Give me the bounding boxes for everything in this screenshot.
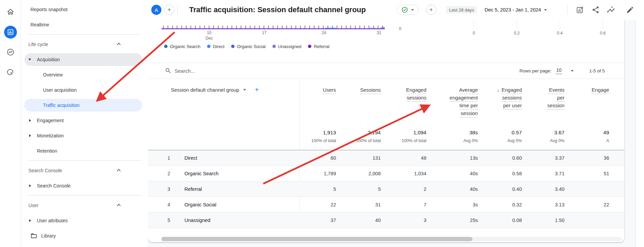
sidebar-item-user[interactable]: User	[21, 199, 148, 212]
column-header-events-per-session[interactable]: Eventspersession	[522, 87, 564, 127]
explore-icon[interactable]	[0, 48, 21, 56]
cell-users: 5	[299, 186, 336, 192]
sidebar-item-retention[interactable]: Retention	[21, 144, 148, 157]
cell-average-engagement-time-per-session: 13s	[426, 155, 478, 161]
share-icon[interactable]	[592, 6, 600, 14]
cell-sessions: 131	[336, 155, 381, 161]
cell-engaged-sessions: 1,034	[381, 171, 426, 176]
expand-arrow-icon[interactable]	[29, 219, 31, 222]
totals-cell-6: 49A	[564, 130, 624, 150]
chevron-up-icon[interactable]	[117, 204, 120, 207]
row-rank: 1	[148, 155, 180, 161]
edit-icon[interactable]	[626, 6, 634, 14]
reports-icon[interactable]	[0, 26, 21, 39]
bar-axis-tick: 0.2	[510, 31, 524, 36]
home-icon[interactable]	[0, 8, 21, 16]
report-status-button[interactable]	[396, 5, 419, 15]
chevron-down-icon[interactable]	[243, 89, 246, 91]
sidebar-item-realtime[interactable]: Realtime	[21, 18, 148, 31]
x-tick-label: 24	[314, 30, 334, 35]
sidebar-item-label: Acquisition	[37, 57, 60, 62]
cell-engaged-sessions-per-user: 0.58	[478, 171, 522, 176]
sidebar-slot: Reports snapshot	[21, 2, 148, 17]
chevron-down-icon[interactable]	[571, 70, 574, 72]
sidebar-item-user-acquisition[interactable]: User acquisition	[21, 84, 148, 96]
bar-axis-tick: 0	[467, 31, 481, 36]
sidebar-item-engagement[interactable]: Engagement	[21, 114, 148, 127]
row-channel-name: Unassigned	[180, 218, 299, 223]
totals-value: 1,094	[381, 130, 426, 136]
sidebar-item-monetization[interactable]: Monetization	[21, 129, 148, 142]
expand-arrow-icon[interactable]	[29, 184, 31, 187]
header-text: Events	[549, 87, 564, 94]
date-range-picker[interactable]: Dec 5, 2023 - Jan 1, 2024	[485, 0, 547, 20]
rows-per-page-select[interactable]: 10	[556, 67, 562, 74]
totals-subtext: Avg 0%	[478, 138, 522, 143]
library-folder-icon	[30, 232, 37, 239]
report-header: A + Traffic acquisition: Session default…	[148, 0, 644, 20]
advertising-icon[interactable]	[0, 68, 21, 76]
column-header-average-engagement-time-per-session[interactable]: Averageengagementtime persession	[426, 87, 478, 127]
x-tick-label: 17	[254, 30, 274, 35]
sidebar-item-overview[interactable]: Overview	[21, 68, 148, 81]
legend-item-referral[interactable]: Referral	[308, 44, 329, 49]
header-line: per	[522, 95, 564, 100]
header-line: per user	[478, 103, 522, 108]
sidebar-divider	[28, 195, 141, 196]
collapse-arrow-icon[interactable]	[28, 59, 31, 61]
sidebar-divider	[28, 160, 141, 161]
search-input[interactable]	[175, 68, 310, 74]
chevron-up-icon[interactable]	[117, 43, 120, 46]
cell-events-per-session: 3.13	[522, 202, 564, 207]
add-dimension-button[interactable]: +	[255, 86, 259, 94]
sidebar-item-user-attributes[interactable]: User attributes	[21, 214, 148, 227]
legend-item-unassigned[interactable]: Unassigned	[272, 44, 302, 49]
add-comparison-button[interactable]: +	[164, 5, 174, 15]
legend-dot-icon	[231, 45, 235, 48]
sidebar-item-search-console[interactable]: Search Console	[21, 179, 148, 192]
sidebar-item-traffic-acquisition[interactable]: Traffic acquisition	[24, 99, 142, 112]
sidebar-item-acquisition[interactable]: Acquisition	[24, 53, 142, 66]
column-header-sessions[interactable]: Sessions	[336, 87, 381, 127]
legend-item-organic-social[interactable]: Organic Social	[231, 44, 266, 49]
sidebar-item-life-cycle[interactable]: Life cycle	[21, 38, 148, 51]
chevron-up-icon[interactable]	[117, 169, 120, 173]
collapsed-insights-panel[interactable]	[635, 20, 644, 247]
column-header-users[interactable]: Users	[299, 87, 336, 127]
expand-arrow-icon[interactable]	[29, 119, 31, 122]
legend-item-organic-search[interactable]: Organic Search	[164, 44, 200, 49]
bar-axis-tick: 0.6	[596, 31, 609, 36]
cell-engage: 22	[564, 202, 624, 207]
column-header-engaged-sessions[interactable]: Engagedsessions	[381, 87, 426, 127]
line-chart-y-zero-label: 0	[399, 26, 401, 31]
scrollbar-thumb[interactable]	[161, 237, 472, 241]
sidebar-slot: Search Console	[21, 163, 148, 178]
insights-icon[interactable]	[607, 6, 615, 14]
cell-engaged-sessions: 3	[381, 218, 426, 223]
sidebar-item-reports-snapshot[interactable]: Reports snapshot	[21, 3, 148, 16]
table-row-direct: 1Direct801314813s0.603.3736	[148, 150, 624, 166]
add-report-tab-button[interactable]: +	[426, 5, 436, 15]
expand-arrow-icon[interactable]	[29, 134, 31, 137]
legend-item-direct[interactable]: Direct	[207, 44, 224, 49]
header-line: session	[426, 110, 478, 116]
totals-subtext: 100% of total	[336, 138, 381, 143]
search-box[interactable]	[165, 67, 519, 74]
horizontal-scrollbar[interactable]	[161, 237, 621, 241]
cell-events-per-session: 3.37	[522, 155, 564, 161]
sort-descending-icon: ↓	[497, 87, 499, 93]
totals-subtext: 100% of total	[381, 138, 426, 143]
header-text: time per	[460, 103, 478, 110]
header-line: Events	[522, 87, 564, 93]
sidebar-item-library[interactable]: Library	[21, 229, 148, 242]
column-header-engaged-sessions-per-user[interactable]: ↓Engagedsessionsper user	[478, 87, 522, 127]
column-header-engage[interactable]: Engage	[564, 87, 624, 127]
dimension-column-header[interactable]: Session default channel group +	[148, 87, 299, 127]
totals-row: 1,913100% of total2,194100% of total1,09…	[148, 127, 624, 150]
avatar[interactable]: A	[151, 5, 161, 15]
customize-report-icon[interactable]	[576, 6, 584, 14]
sidebar-slot: Retention	[21, 143, 148, 158]
header-line: Engage	[564, 87, 609, 93]
header-text: session	[547, 103, 564, 110]
sidebar-item-search-console[interactable]: Search Console	[21, 164, 148, 177]
